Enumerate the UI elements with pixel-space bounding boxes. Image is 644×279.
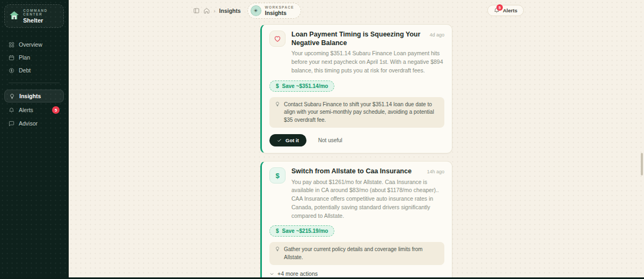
more-actions-toggle[interactable]: +4 more actions xyxy=(269,270,444,277)
check-icon xyxy=(277,138,282,143)
more-actions-label: +4 more actions xyxy=(277,270,318,277)
breadcrumb-page[interactable]: Insights xyxy=(219,8,240,14)
brand-eyebrow: COMMAND CENTER xyxy=(23,9,59,16)
sidebar-item-label: Advisor xyxy=(19,120,38,127)
sidebar-item-overview[interactable]: Overview xyxy=(4,39,64,50)
savings-badge: $ Save ~$215.19/mo xyxy=(269,225,334,237)
card-description: You pay about $1261/mo for Allstate. Caa… xyxy=(291,178,444,221)
card-title: Switch from Allstate to Caa Insurance xyxy=(291,167,427,176)
alerts-count-badge: 5 xyxy=(52,106,60,114)
savings-amount: Save ~$351.14/mo xyxy=(282,83,328,89)
dollar-icon: $ xyxy=(276,228,279,234)
topbar: › Insights ✳ WORKSPACE Insights 5 Alerts xyxy=(69,0,644,21)
breadcrumb: › Insights xyxy=(193,8,241,14)
sidebar-item-label: Debt xyxy=(19,67,31,74)
sidebar-divider xyxy=(9,83,60,83)
heart-icon xyxy=(269,31,286,47)
sidebar-item-label: Alerts xyxy=(19,107,33,113)
got-it-label: Got it xyxy=(286,137,299,143)
breadcrumb-separator: › xyxy=(214,8,215,14)
sidebar-item-debt[interactable]: Debt xyxy=(4,64,64,76)
main-area: › Insights ✳ WORKSPACE Insights 5 Alerts xyxy=(69,0,644,279)
not-useful-button[interactable]: Not useful xyxy=(318,137,342,143)
bell-icon xyxy=(9,107,14,113)
sidebar-item-advisor[interactable]: Advisor xyxy=(4,118,64,129)
savings-badge: $ Save ~$351.14/mo xyxy=(269,80,334,92)
lightbulb-icon xyxy=(9,93,15,99)
lightbulb-icon xyxy=(275,101,280,107)
chat-icon xyxy=(9,121,14,127)
chevron-down-icon xyxy=(269,271,274,276)
action-tip-text: Contact Subaru Finance to shift your $35… xyxy=(284,101,439,124)
calendar-icon xyxy=(9,55,14,61)
brand-name: Shelter xyxy=(23,17,59,24)
savings-amount: Save ~$215.19/mo xyxy=(282,228,328,234)
alerts-count-badge: 5 xyxy=(496,4,503,11)
card-timestamp: 4d ago xyxy=(429,32,444,38)
got-it-button[interactable]: Got it xyxy=(269,134,306,146)
home-icon[interactable] xyxy=(203,8,210,14)
insight-card-insurance-switch: $ Switch from Allstate to Caa Insurance … xyxy=(260,161,452,279)
dollar-icon: $ xyxy=(276,83,279,89)
card-title: Loan Payment Timing is Squeezing Your Ne… xyxy=(291,31,429,47)
action-tip-text: Gather your current policy details and c… xyxy=(284,246,439,261)
alerts-button[interactable]: 5 Alerts xyxy=(487,5,524,16)
lightbulb-icon xyxy=(275,246,280,252)
workspace-switcher[interactable]: ✳ WORKSPACE Insights xyxy=(247,3,301,19)
action-tip: Gather your current policy details and c… xyxy=(269,242,444,265)
sidebar-item-label: Insights xyxy=(19,93,41,99)
workspace-name: Insights xyxy=(265,10,294,16)
insight-card-loan-timing: Loan Payment Timing is Squeezing Your Ne… xyxy=(260,24,452,153)
action-tip: Contact Subaru Finance to shift your $35… xyxy=(269,97,444,128)
alerts-button-label: Alerts xyxy=(503,8,517,13)
sidebar: COMMAND CENTER Shelter Overview Plan Deb… xyxy=(0,0,69,279)
coin-icon xyxy=(9,68,14,74)
scrollbar-thumb[interactable] xyxy=(641,153,643,175)
sidebar-toggle-icon[interactable] xyxy=(193,8,200,14)
insights-feed: Loan Payment Timing is Squeezing Your Ne… xyxy=(260,24,452,279)
house-logo-icon xyxy=(9,11,19,22)
card-description: Your upcoming $351.14 Subaru Finance Loa… xyxy=(291,49,444,75)
workspace-eyebrow: WORKSPACE xyxy=(265,5,294,9)
card-timestamp: 14h ago xyxy=(427,169,444,174)
sidebar-item-insights[interactable]: Insights xyxy=(4,90,64,102)
sidebar-item-label: Overview xyxy=(19,41,42,48)
sidebar-nav: Overview Plan Debt Insights Alerts 5 Adv… xyxy=(0,39,68,129)
sidebar-item-alerts[interactable]: Alerts 5 xyxy=(4,104,64,116)
workspace-spark-icon: ✳ xyxy=(251,5,261,16)
sidebar-item-label: Plan xyxy=(19,54,30,61)
grid-icon xyxy=(9,42,14,48)
sidebar-item-plan[interactable]: Plan xyxy=(4,52,64,63)
brand-card[interactable]: COMMAND CENTER Shelter xyxy=(4,4,64,28)
dollar-icon: $ xyxy=(269,167,286,183)
